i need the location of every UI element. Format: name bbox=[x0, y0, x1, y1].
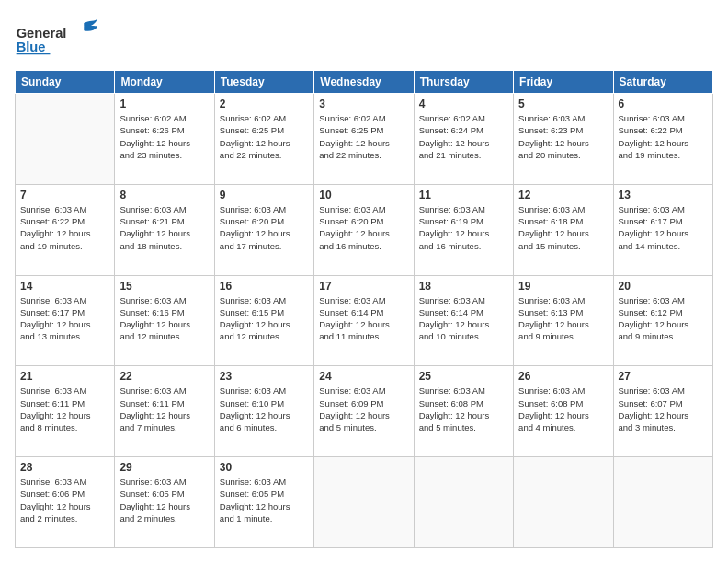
page: General Blue SundayMondayTuesdayWednesda… bbox=[0, 0, 728, 563]
day-info: Sunrise: 6:03 AMSunset: 6:17 PMDaylight:… bbox=[20, 294, 109, 343]
day-cell: 11Sunrise: 6:03 AMSunset: 6:19 PMDayligh… bbox=[414, 184, 513, 275]
day-number: 17 bbox=[319, 280, 408, 293]
day-info: Sunrise: 6:03 AMSunset: 6:11 PMDaylight:… bbox=[20, 385, 109, 433]
week-row-3: 14Sunrise: 6:03 AMSunset: 6:17 PMDayligh… bbox=[16, 275, 713, 366]
day-info: Sunrise: 6:03 AMSunset: 6:20 PMDaylight:… bbox=[220, 203, 309, 252]
day-cell: 25Sunrise: 6:03 AMSunset: 6:08 PMDayligh… bbox=[414, 366, 513, 457]
day-info: Sunrise: 6:03 AMSunset: 6:12 PMDaylight:… bbox=[619, 294, 708, 343]
day-info: Sunrise: 6:02 AMSunset: 6:25 PMDaylight:… bbox=[319, 112, 408, 161]
day-cell: 6Sunrise: 6:03 AMSunset: 6:22 PMDaylight… bbox=[613, 94, 712, 185]
day-number: 26 bbox=[518, 370, 608, 383]
day-number: 21 bbox=[20, 370, 109, 383]
day-info: Sunrise: 6:03 AMSunset: 6:06 PMDaylight:… bbox=[20, 476, 109, 524]
day-number: 27 bbox=[619, 370, 708, 383]
day-number: 20 bbox=[619, 280, 708, 293]
day-info: Sunrise: 6:03 AMSunset: 6:08 PMDaylight:… bbox=[518, 385, 608, 433]
day-cell: 30Sunrise: 6:03 AMSunset: 6:05 PMDayligh… bbox=[214, 457, 313, 548]
day-number: 8 bbox=[119, 189, 209, 201]
day-cell: 21Sunrise: 6:03 AMSunset: 6:11 PMDayligh… bbox=[16, 366, 115, 457]
day-info: Sunrise: 6:03 AMSunset: 6:08 PMDaylight:… bbox=[419, 385, 508, 433]
day-cell: 23Sunrise: 6:03 AMSunset: 6:10 PMDayligh… bbox=[214, 366, 313, 457]
day-number: 6 bbox=[619, 98, 708, 110]
day-cell: 18Sunrise: 6:03 AMSunset: 6:14 PMDayligh… bbox=[414, 275, 513, 366]
day-number: 28 bbox=[20, 461, 109, 474]
day-cell: 5Sunrise: 6:03 AMSunset: 6:23 PMDaylight… bbox=[514, 94, 613, 185]
day-number: 1 bbox=[119, 98, 209, 110]
logo: General Blue bbox=[15, 15, 97, 61]
weekday-header-sunday: Sunday bbox=[16, 71, 115, 94]
weekday-header-tuesday: Tuesday bbox=[214, 71, 313, 94]
calendar-table: SundayMondayTuesdayWednesdayThursdayFrid… bbox=[15, 70, 713, 548]
day-info: Sunrise: 6:02 AMSunset: 6:25 PMDaylight:… bbox=[220, 112, 309, 161]
day-info: Sunrise: 6:03 AMSunset: 6:21 PMDaylight:… bbox=[119, 203, 209, 252]
day-info: Sunrise: 6:03 AMSunset: 6:09 PMDaylight:… bbox=[319, 385, 408, 433]
day-info: Sunrise: 6:03 AMSunset: 6:20 PMDaylight:… bbox=[319, 203, 408, 252]
weekday-header-saturday: Saturday bbox=[613, 71, 712, 94]
day-cell: 20Sunrise: 6:03 AMSunset: 6:12 PMDayligh… bbox=[613, 275, 712, 366]
day-cell: 27Sunrise: 6:03 AMSunset: 6:07 PMDayligh… bbox=[613, 366, 712, 457]
day-number: 25 bbox=[419, 370, 508, 383]
day-number: 30 bbox=[220, 461, 309, 474]
day-number: 24 bbox=[319, 370, 408, 383]
logo-image: General Blue bbox=[15, 15, 97, 61]
day-number: 7 bbox=[20, 189, 109, 201]
weekday-header-wednesday: Wednesday bbox=[314, 71, 414, 94]
day-info: Sunrise: 6:03 AMSunset: 6:17 PMDaylight:… bbox=[619, 203, 708, 252]
day-number: 19 bbox=[518, 280, 608, 293]
day-number: 4 bbox=[419, 98, 508, 110]
day-number: 10 bbox=[319, 189, 408, 201]
header: General Blue bbox=[15, 15, 713, 61]
day-info: Sunrise: 6:03 AMSunset: 6:05 PMDaylight:… bbox=[220, 476, 309, 524]
day-number: 18 bbox=[419, 280, 508, 293]
day-cell: 2Sunrise: 6:02 AMSunset: 6:25 PMDaylight… bbox=[214, 94, 313, 185]
svg-text:General: General bbox=[17, 26, 67, 40]
day-cell: 1Sunrise: 6:02 AMSunset: 6:26 PMDaylight… bbox=[115, 94, 214, 185]
day-cell: 19Sunrise: 6:03 AMSunset: 6:13 PMDayligh… bbox=[514, 275, 613, 366]
week-row-4: 21Sunrise: 6:03 AMSunset: 6:11 PMDayligh… bbox=[16, 366, 713, 457]
day-info: Sunrise: 6:03 AMSunset: 6:19 PMDaylight:… bbox=[419, 203, 508, 252]
day-number: 2 bbox=[220, 98, 309, 110]
day-info: Sunrise: 6:03 AMSunset: 6:22 PMDaylight:… bbox=[619, 112, 708, 161]
day-cell bbox=[414, 457, 513, 548]
day-cell: 16Sunrise: 6:03 AMSunset: 6:15 PMDayligh… bbox=[214, 275, 313, 366]
day-cell bbox=[16, 94, 115, 185]
day-info: Sunrise: 6:03 AMSunset: 6:07 PMDaylight:… bbox=[619, 385, 708, 433]
day-cell: 4Sunrise: 6:02 AMSunset: 6:24 PMDaylight… bbox=[414, 94, 513, 185]
day-number: 29 bbox=[119, 461, 209, 474]
day-cell: 3Sunrise: 6:02 AMSunset: 6:25 PMDaylight… bbox=[314, 94, 414, 185]
day-cell: 13Sunrise: 6:03 AMSunset: 6:17 PMDayligh… bbox=[613, 184, 712, 275]
weekday-header-monday: Monday bbox=[115, 71, 214, 94]
day-cell bbox=[514, 457, 613, 548]
day-cell: 26Sunrise: 6:03 AMSunset: 6:08 PMDayligh… bbox=[514, 366, 613, 457]
day-number: 22 bbox=[119, 370, 209, 383]
day-cell: 17Sunrise: 6:03 AMSunset: 6:14 PMDayligh… bbox=[314, 275, 414, 366]
day-number: 16 bbox=[220, 280, 309, 293]
day-cell: 9Sunrise: 6:03 AMSunset: 6:20 PMDaylight… bbox=[214, 184, 313, 275]
day-cell: 12Sunrise: 6:03 AMSunset: 6:18 PMDayligh… bbox=[514, 184, 613, 275]
day-info: Sunrise: 6:03 AMSunset: 6:10 PMDaylight:… bbox=[220, 385, 309, 433]
day-cell: 22Sunrise: 6:03 AMSunset: 6:11 PMDayligh… bbox=[115, 366, 214, 457]
day-info: Sunrise: 6:03 AMSunset: 6:15 PMDaylight:… bbox=[220, 294, 309, 343]
day-cell: 29Sunrise: 6:03 AMSunset: 6:05 PMDayligh… bbox=[115, 457, 214, 548]
day-info: Sunrise: 6:02 AMSunset: 6:26 PMDaylight:… bbox=[119, 112, 209, 161]
day-cell: 14Sunrise: 6:03 AMSunset: 6:17 PMDayligh… bbox=[16, 275, 115, 366]
week-row-1: 1Sunrise: 6:02 AMSunset: 6:26 PMDaylight… bbox=[16, 94, 713, 185]
day-number: 12 bbox=[518, 189, 608, 201]
day-cell: 7Sunrise: 6:03 AMSunset: 6:22 PMDaylight… bbox=[16, 184, 115, 275]
day-info: Sunrise: 6:03 AMSunset: 6:13 PMDaylight:… bbox=[518, 294, 608, 343]
weekday-header-friday: Friday bbox=[514, 71, 613, 94]
day-cell bbox=[613, 457, 712, 548]
day-number: 15 bbox=[119, 280, 209, 293]
day-number: 13 bbox=[619, 189, 708, 201]
day-cell bbox=[314, 457, 414, 548]
day-info: Sunrise: 6:03 AMSunset: 6:14 PMDaylight:… bbox=[419, 294, 508, 343]
day-info: Sunrise: 6:03 AMSunset: 6:14 PMDaylight:… bbox=[319, 294, 408, 343]
day-info: Sunrise: 6:03 AMSunset: 6:05 PMDaylight:… bbox=[119, 476, 209, 524]
week-row-5: 28Sunrise: 6:03 AMSunset: 6:06 PMDayligh… bbox=[16, 457, 713, 548]
day-number: 5 bbox=[518, 98, 608, 110]
day-info: Sunrise: 6:03 AMSunset: 6:23 PMDaylight:… bbox=[518, 112, 608, 161]
day-number: 3 bbox=[319, 98, 408, 110]
weekday-header-thursday: Thursday bbox=[414, 71, 513, 94]
day-cell: 28Sunrise: 6:03 AMSunset: 6:06 PMDayligh… bbox=[16, 457, 115, 548]
day-info: Sunrise: 6:03 AMSunset: 6:11 PMDaylight:… bbox=[119, 385, 209, 433]
